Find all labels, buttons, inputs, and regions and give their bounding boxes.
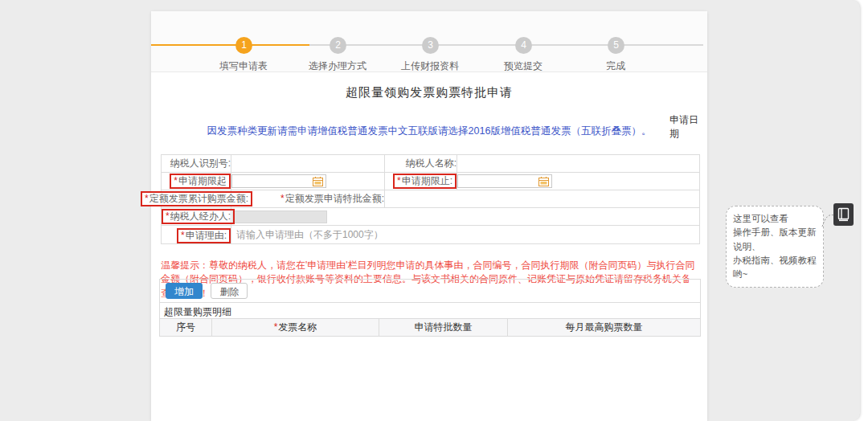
help-tooltip-bubble: 这里可以查看 操作手册、版本更新说明、 办税指南、视频教程哟~ bbox=[726, 206, 824, 288]
page-title: 超限量领购发票购票特批申请 bbox=[151, 85, 707, 100]
form-row-quota: *定额发票累计购票金额: *定额发票申请特批金额: bbox=[162, 190, 700, 208]
application-form: 纳税人识别号: 纳税人名称: *申请期限起 bbox=[161, 154, 700, 244]
form-row-period: *申请期限起 *申请期限止: bbox=[162, 173, 700, 190]
form-row-taxpayer: 纳税人识别号: 纳税人名称: bbox=[162, 155, 700, 173]
step-4-dot: 4 bbox=[515, 37, 532, 54]
help-manual-button[interactable] bbox=[833, 203, 854, 226]
detail-table-header: 序号 *发票名称 申请特批数量 每月最高购票数量 bbox=[160, 318, 700, 336]
help-line-3: 办税指南、视频教程哟~ bbox=[733, 254, 817, 282]
detail-panel: 增加 删除 超限量购票明细 序号 *发票名称 申请特批数量 每月最高购票数量 bbox=[159, 279, 701, 337]
col-apply-qty-header: 申请特批数量 bbox=[379, 319, 507, 336]
detail-toolbar: 增加 删除 bbox=[160, 280, 700, 302]
step-1-label: 填写申请表 bbox=[207, 59, 280, 73]
col-monthly-max-header: 每月最高购票数量 bbox=[507, 319, 700, 336]
step-2-label: 选择办理方式 bbox=[301, 59, 374, 73]
app-window: 1 2 3 4 5 填写申请表 选择办理方式 上传财报资料 预览提交 完成 超限… bbox=[0, 0, 860, 421]
step-4-label: 预览提交 bbox=[487, 59, 559, 73]
col-invoice-name-header: *发票名称 bbox=[211, 319, 379, 336]
period-end-label: *申请期限止: bbox=[393, 174, 457, 189]
step-5-dot: 5 bbox=[608, 37, 624, 54]
book-icon bbox=[837, 207, 850, 222]
quota-apply-label-cell: *定额发票申请特批金额: bbox=[231, 190, 385, 208]
delete-row-button[interactable]: 删除 bbox=[211, 283, 248, 299]
form-row-agent: *纳税人经办人: bbox=[162, 208, 700, 226]
content-card: 1 2 3 4 5 填写申请表 选择办理方式 上传财报资料 预览提交 完成 超限… bbox=[151, 11, 707, 421]
agent-label: *纳税人经办人: bbox=[162, 209, 235, 224]
calendar-icon[interactable] bbox=[313, 177, 323, 186]
step-5-label: 完成 bbox=[579, 59, 652, 73]
taxpayer-id-label: 纳税人识别号: bbox=[162, 155, 231, 173]
stepper-track-active bbox=[151, 44, 309, 46]
quota-total-label: *定额发票累计购票金额: bbox=[141, 191, 252, 206]
invoice-type-notice-link[interactable]: 因发票种类更新请需申请增值税普通发票中文五联版请选择2016版增值税普通发票（五… bbox=[151, 125, 707, 138]
help-line-1: 这里可以查看 bbox=[733, 212, 817, 226]
add-row-button[interactable]: 增加 bbox=[166, 283, 203, 299]
col-seq-header: 序号 bbox=[160, 319, 211, 336]
step-1-dot: 1 bbox=[235, 37, 252, 54]
reason-textarea[interactable]: 请输入申请理由（不多于1000字） bbox=[231, 226, 700, 244]
period-end-date-input[interactable] bbox=[457, 174, 552, 188]
calendar-icon[interactable] bbox=[538, 177, 549, 186]
taxpayer-name-value bbox=[457, 155, 700, 173]
step-3-label: 上传财报资料 bbox=[394, 59, 466, 73]
form-row-reason: *申请理由: 请输入申请理由（不多于1000字） bbox=[162, 226, 700, 244]
quota-apply-label: *定额发票申请特批金额: bbox=[280, 193, 384, 204]
stepper: 1 2 3 4 5 填写申请表 选择办理方式 上传财报资料 预览提交 完成 bbox=[151, 11, 707, 72]
step-2-dot: 2 bbox=[330, 37, 346, 54]
period-start-date-input[interactable] bbox=[231, 174, 326, 188]
reason-placeholder: 请输入申请理由（不多于1000字） bbox=[231, 226, 699, 242]
agent-input[interactable] bbox=[232, 210, 327, 223]
taxpayer-name-label: 纳税人名称: bbox=[385, 155, 457, 173]
period-start-label: *申请期限起 bbox=[170, 174, 231, 189]
detail-section-title: 超限量购票明细 bbox=[160, 302, 700, 318]
step-3-dot: 3 bbox=[422, 37, 439, 54]
taxpayer-id-value bbox=[231, 155, 385, 173]
reason-label: *申请理由: bbox=[177, 228, 231, 243]
apply-date-label: 申请日期 bbox=[669, 113, 707, 141]
help-line-2: 操作手册、版本更新说明、 bbox=[733, 226, 817, 254]
quota-apply-value bbox=[385, 190, 700, 208]
